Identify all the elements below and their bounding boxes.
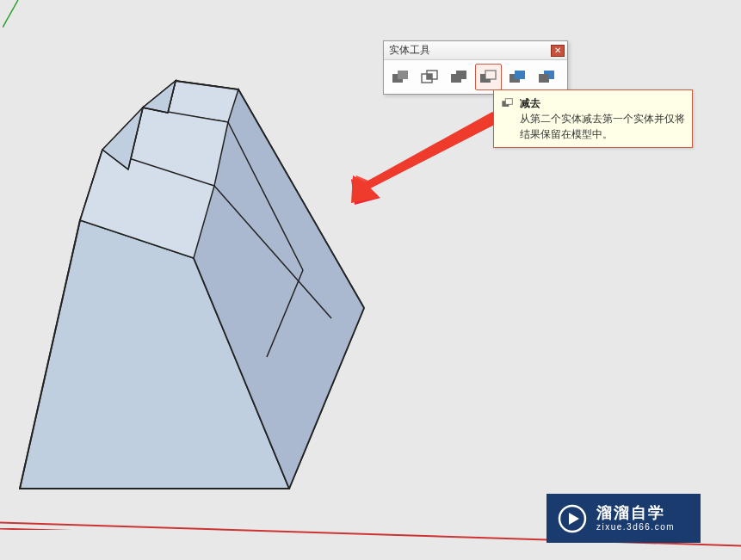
- solid-tools-toolbar[interactable]: 实体工具 ✕: [383, 40, 568, 95]
- trim-icon: [508, 69, 528, 86]
- outer-shell-icon: [391, 69, 411, 86]
- svg-rect-66: [515, 71, 525, 79]
- union-tool[interactable]: [446, 64, 472, 90]
- tooltip-title: 减去: [520, 95, 540, 111]
- subtract-icon: [479, 69, 499, 86]
- svg-rect-68: [539, 74, 549, 83]
- green-axis-line: [3, 0, 20, 28]
- svg-marker-71: [569, 513, 579, 525]
- solid-model: [13, 60, 392, 508]
- split-tool[interactable]: [534, 64, 560, 90]
- trim-tool[interactable]: [504, 64, 531, 90]
- subtract-tool[interactable]: [475, 64, 502, 90]
- svg-rect-69: [505, 99, 512, 105]
- watermark: 溜溜自学 zixue.3d66.com: [546, 494, 701, 543]
- union-icon: [449, 69, 470, 86]
- watermark-title: 溜溜自学: [596, 504, 675, 523]
- play-logo-icon: [557, 503, 588, 534]
- svg-line-0: [3, 0, 18, 28]
- tooltip-description: 从第二个实体减去第一个实体并仅将结果保留在模型中。: [501, 111, 685, 142]
- watermark-url: zixue.3d66.com: [596, 522, 675, 532]
- outer-shell-tool[interactable]: [387, 64, 414, 90]
- subtract-icon: [501, 97, 515, 109]
- svg-rect-61: [398, 71, 408, 79]
- intersect-icon: [420, 69, 441, 86]
- close-icon[interactable]: ✕: [551, 45, 565, 57]
- intersect-tool[interactable]: [417, 64, 443, 90]
- sketchup-viewport[interactable]: [0, 0, 741, 560]
- svg-rect-65: [485, 71, 496, 79]
- split-icon: [537, 69, 558, 86]
- tooltip: 减去 从第二个实体减去第一个实体并仅将结果保留在模型中。: [493, 89, 693, 148]
- svg-rect-64: [427, 74, 432, 79]
- toolbar-header[interactable]: 实体工具 ✕: [384, 41, 567, 60]
- toolbar-title: 实体工具: [389, 43, 430, 58]
